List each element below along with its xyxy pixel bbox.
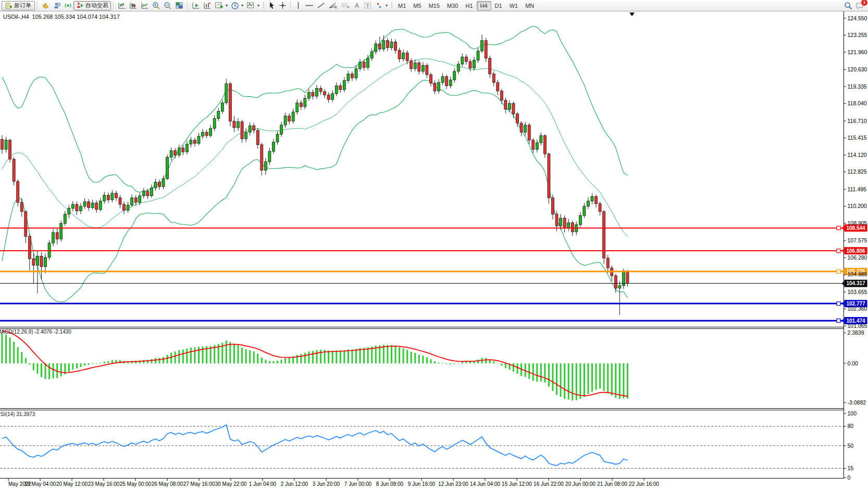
zoom-in-icon	[152, 2, 160, 10]
label-tool-button[interactable]: T	[362, 1, 374, 10]
svg-text:15: 15	[848, 465, 854, 471]
bollinger-bands	[2, 26, 628, 302]
svg-text:16 Jun 22:00: 16 Jun 22:00	[534, 481, 564, 487]
new-order-button[interactable]: 新订单	[2, 1, 35, 10]
timeframe-button-m5[interactable]: M5	[410, 1, 425, 10]
auto-trading-label: 自动交易	[85, 2, 108, 9]
svg-text:3 Jun 20:00: 3 Jun 20:00	[313, 481, 340, 487]
svg-text:2 Jun 12:00: 2 Jun 12:00	[281, 481, 308, 487]
svg-text:0.00: 0.00	[848, 360, 859, 366]
svg-text:2.3839: 2.3839	[848, 329, 864, 336]
svg-text:22 Jun 16:00: 22 Jun 16:00	[629, 481, 659, 487]
svg-text:9 Jun 16:00: 9 Jun 16:00	[408, 481, 436, 487]
svg-text:123.255: 123.255	[848, 32, 867, 38]
search-icon[interactable]	[844, 2, 852, 10]
clock-icon	[231, 2, 239, 10]
text-tool-button[interactable]: A	[352, 1, 362, 10]
chevron-down-icon: ▾	[386, 3, 388, 8]
zoom-out-button[interactable]	[162, 1, 173, 10]
svg-text:116.710: 116.710	[848, 118, 867, 124]
chart-canvas[interactable]: 108.544106.806105.226104.317102.777101.4…	[0, 0, 868, 490]
chart-shift-icon	[203, 2, 212, 9]
cursor-icon	[268, 2, 276, 9]
chevron-down-icon: ▾	[226, 3, 228, 8]
timeframe-button-h1[interactable]: H1	[462, 1, 476, 10]
signal-icon	[64, 2, 72, 9]
line-chart-mode-button[interactable]	[139, 1, 151, 10]
line-chart-icon	[141, 2, 149, 9]
arrows-shapes-icon	[375, 2, 383, 9]
svg-text:14 Jun 04:00: 14 Jun 04:00	[470, 481, 500, 487]
zoom-in-button[interactable]	[151, 1, 162, 10]
timeframe-button-m1[interactable]: M1	[394, 1, 410, 10]
svg-text:50: 50	[848, 443, 854, 449]
svg-text:25 May 00:00: 25 May 00:00	[120, 481, 152, 487]
svg-text:27 May 16:00: 27 May 16:00	[183, 481, 215, 487]
shapes-tool-button[interactable]: ▾	[374, 1, 389, 10]
signals-button[interactable]	[63, 1, 73, 10]
bar-chart-mode-button[interactable]	[116, 1, 128, 10]
horizontal-line-tool-button[interactable]	[303, 1, 315, 10]
auto-trading-button[interactable]: 自动交易	[73, 1, 111, 10]
fibonacci-tool-button[interactable]: E	[327, 1, 339, 10]
svg-text:103.655: 103.655	[848, 289, 867, 295]
timeframe-toolbar: M1M5M15M30H1H4D1W1MN	[394, 1, 538, 10]
notifications-button[interactable]: 1	[855, 2, 864, 10]
terminal-window: 新订单	[0, 0, 868, 490]
vertical-line-tool-button[interactable]	[293, 1, 303, 10]
rsi-indicator-label: RSI(14) 31.3973	[0, 411, 35, 417]
timeframe-button-mn[interactable]: MN	[522, 1, 538, 10]
auto-trading-icon	[76, 2, 84, 9]
publisher-icon	[53, 2, 61, 9]
publish-button[interactable]	[52, 1, 63, 10]
candlestick-mode-button[interactable]	[128, 1, 139, 10]
svg-text:119.335: 119.335	[848, 83, 867, 90]
svg-text:124.550: 124.550	[848, 15, 867, 21]
rsi-panel: 1008050150	[0, 410, 857, 481]
horizontal-line-icon	[305, 2, 314, 9]
svg-text:26 May 08:00: 26 May 08:00	[152, 481, 183, 487]
channel-tool-button[interactable]: F	[339, 1, 352, 10]
chevron-down-icon: ▾	[257, 3, 259, 8]
cursor-tool-button[interactable]	[266, 1, 277, 10]
toolbar-separator	[290, 2, 291, 10]
timeframe-button-w1[interactable]: W1	[506, 1, 522, 10]
chart-shift-button[interactable]	[202, 1, 213, 10]
timeframe-button-h4[interactable]: H4	[477, 1, 491, 10]
new-order-label: 新订单	[14, 2, 31, 9]
macd-indicator-label: MACD(12,26,9) -2.4076 -2.1430	[0, 329, 71, 335]
svg-text:104.317: 104.317	[846, 280, 865, 286]
svg-text:15 Jun 12:00: 15 Jun 12:00	[502, 481, 532, 487]
tile-windows-button[interactable]	[173, 1, 185, 10]
toolbar-separator	[187, 2, 188, 10]
svg-text:110.200: 110.200	[848, 203, 867, 209]
bar-chart-icon	[118, 2, 126, 9]
timeframe-button-m15[interactable]: M15	[425, 1, 443, 10]
toolbar-grip	[263, 2, 265, 9]
svg-text:118.040: 118.040	[848, 100, 867, 106]
timeframe-button-m30[interactable]: M30	[443, 1, 462, 10]
gold-bar-icon	[42, 2, 50, 9]
chart-shift-marker-icon[interactable]	[629, 13, 635, 16]
trendline-tool-button[interactable]	[315, 1, 327, 10]
strategy-test-button[interactable]	[190, 1, 202, 10]
time-axis: May 202219 May 04:0020 May 12:0023 May 1…	[8, 479, 659, 487]
horizontal-lines[interactable]: 108.544106.806105.226104.317102.777101.4…	[0, 224, 867, 324]
chart-play-icon	[192, 2, 200, 9]
svg-text:101.065: 101.065	[848, 323, 867, 329]
toolbar-separator	[37, 2, 38, 10]
macd-axis: 2.38390.00-3.0882	[844, 329, 866, 406]
panel-borders	[0, 11, 844, 479]
add-indicator-button[interactable]: ▾	[213, 1, 229, 10]
add-indicator-icon	[215, 2, 224, 9]
templates-button[interactable]: ▾	[245, 1, 261, 10]
trendline-icon	[317, 2, 325, 9]
crosshair-tool-button[interactable]	[277, 1, 288, 10]
market-watch-button[interactable]	[40, 1, 52, 10]
text-label-icon: T	[364, 2, 372, 9]
svg-text:F: F	[348, 6, 350, 9]
period-selector-button[interactable]: ▾	[229, 1, 245, 10]
timeframe-button-d1[interactable]: D1	[491, 1, 506, 10]
svg-text:12 Jun 23:00: 12 Jun 23:00	[438, 481, 468, 487]
svg-text:23 May 16:00: 23 May 16:00	[88, 481, 120, 487]
